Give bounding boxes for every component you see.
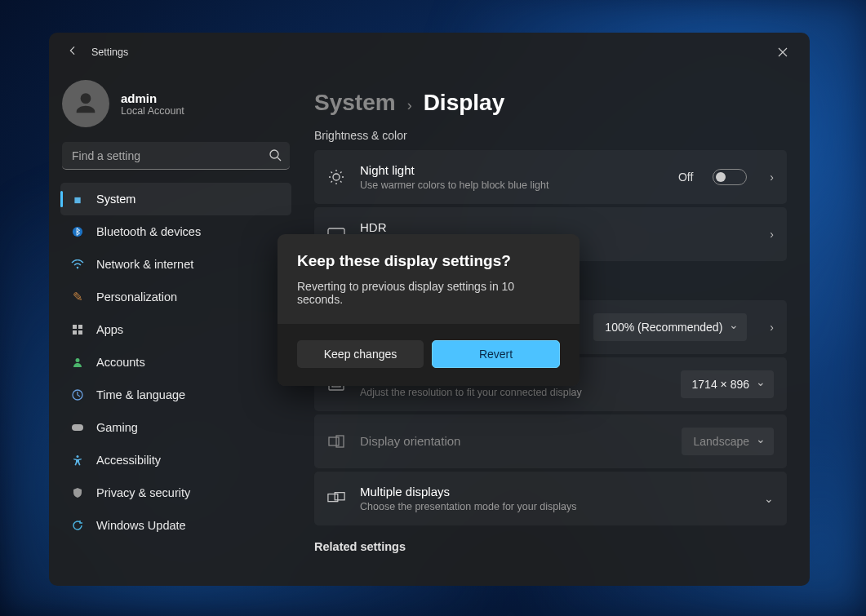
sidebar-item-gaming[interactable]: Gaming: [60, 411, 291, 444]
select-value: Landscape: [693, 435, 749, 448]
orientation-icon: [327, 434, 345, 449]
gaming-icon: [70, 420, 85, 435]
chevron-down-icon: ⌄: [756, 375, 766, 388]
system-icon: ■: [70, 192, 85, 206]
section-related-settings: Related settings: [314, 540, 787, 553]
sidebar-item-privacy[interactable]: Privacy & security: [60, 476, 291, 509]
keep-changes-button[interactable]: Keep changes: [297, 340, 424, 368]
sidebar-item-label: Windows Update: [96, 519, 186, 532]
svg-point-11: [333, 174, 340, 180]
close-button[interactable]: [767, 40, 798, 64]
titlebar: Settings: [49, 33, 810, 72]
chevron-right-icon: ›: [407, 97, 412, 114]
sidebar-item-network[interactable]: Network & internet: [60, 248, 291, 281]
nav: ■ System Bluetooth & devices Network & i…: [60, 183, 291, 542]
user-block[interactable]: admin Local Account: [60, 80, 291, 142]
sidebar-item-label: Accessibility: [96, 454, 161, 467]
svg-point-2: [77, 268, 78, 269]
card-subtitle: Adjust the resolution to fit your connec…: [360, 386, 666, 399]
scale-select[interactable]: 100% (Recommended) ⌄: [593, 313, 747, 341]
breadcrumb: System › Display: [314, 90, 787, 116]
accessibility-icon: [70, 453, 85, 468]
search-box[interactable]: [62, 142, 290, 170]
wifi-icon: [70, 257, 85, 272]
sidebar-item-system[interactable]: ■ System: [60, 183, 291, 215]
dialog-text: Reverting to previous display settings i…: [297, 280, 560, 306]
search-icon: [269, 148, 282, 165]
update-icon: [70, 518, 85, 533]
card-night-light[interactable]: Night light Use warmer colors to help bl…: [314, 150, 787, 204]
sidebar-item-accessibility[interactable]: Accessibility: [60, 444, 291, 476]
chevron-down-icon: ⌄: [756, 432, 766, 445]
sidebar-item-windows-update[interactable]: Windows Update: [60, 509, 291, 542]
multiple-displays-icon: [327, 491, 345, 506]
sidebar-item-label: Apps: [96, 323, 123, 336]
dialog-title: Keep these display settings?: [297, 252, 560, 270]
clock-icon: [70, 388, 85, 402]
sidebar-item-personalization[interactable]: ✎ Personalization: [60, 281, 291, 313]
orientation-select[interactable]: Landscape ⌄: [682, 428, 774, 455]
back-icon[interactable]: [67, 45, 80, 60]
chevron-down-icon: ⌄: [729, 318, 739, 331]
card-subtitle: Choose the presentation mode for your di…: [360, 500, 741, 513]
svg-rect-4: [78, 325, 82, 329]
search-input[interactable]: [62, 142, 290, 170]
sidebar-item-label: Time & language: [96, 388, 185, 401]
sidebar-item-label: Personalization: [96, 290, 177, 304]
bluetooth-icon: [70, 224, 85, 239]
svg-point-10: [77, 455, 79, 458]
chevron-down-icon[interactable]: ⌄: [764, 492, 774, 505]
svg-rect-5: [73, 330, 77, 335]
sidebar-item-label: Network & internet: [96, 258, 193, 271]
sidebar-item-label: Accounts: [96, 356, 145, 369]
card-multiple-displays[interactable]: Multiple displays Choose the presentatio…: [314, 472, 787, 525]
avatar: [62, 80, 109, 127]
app-title: Settings: [91, 47, 128, 58]
card-title: HDR: [360, 219, 747, 236]
svg-rect-6: [78, 330, 82, 335]
svg-point-7: [76, 358, 80, 362]
page-title: Display: [424, 90, 505, 116]
card-title: Multiple displays: [360, 484, 741, 500]
chevron-right-icon[interactable]: ›: [770, 228, 774, 241]
night-light-toggle[interactable]: [713, 169, 747, 185]
brush-icon: ✎: [70, 290, 85, 304]
sidebar-item-label: System: [96, 193, 135, 206]
card-title: Display orientation: [360, 433, 667, 450]
svg-rect-9: [72, 424, 83, 431]
night-light-icon: [327, 168, 345, 186]
sidebar-item-label: Gaming: [96, 421, 138, 434]
select-value: 100% (Recommended): [605, 321, 722, 334]
apps-icon: [70, 322, 85, 337]
select-value: 1714 × 896: [692, 378, 749, 391]
card-subtitle: Use warmer colors to help block blue lig…: [360, 179, 664, 192]
sidebar-item-apps[interactable]: Apps: [60, 313, 291, 346]
user-name: admin: [121, 91, 184, 105]
breadcrumb-parent[interactable]: System: [314, 90, 396, 116]
sidebar-item-label: Privacy & security: [96, 486, 190, 499]
section-brightness-color: Brightness & color: [314, 129, 787, 142]
sidebar-item-accounts[interactable]: Accounts: [60, 346, 291, 379]
svg-point-0: [270, 150, 278, 158]
svg-rect-16: [329, 437, 339, 445]
user-subtitle: Local Account: [121, 105, 184, 117]
revert-button[interactable]: Revert: [432, 340, 560, 368]
chevron-right-icon[interactable]: ›: [770, 321, 774, 334]
chevron-right-icon[interactable]: ›: [770, 171, 774, 184]
sidebar-item-label: Bluetooth & devices: [96, 225, 201, 238]
sidebar: admin Local Account ■ System: [49, 72, 298, 586]
toggle-state-label: Off: [678, 171, 693, 184]
confirm-dialog: Keep these display settings? Reverting t…: [278, 234, 580, 386]
card-orientation[interactable]: Display orientation Landscape ⌄: [314, 414, 787, 468]
sidebar-item-bluetooth[interactable]: Bluetooth & devices: [60, 215, 291, 248]
accounts-icon: [70, 355, 85, 370]
shield-icon: [70, 485, 85, 500]
svg-rect-3: [73, 325, 77, 329]
sidebar-item-time-language[interactable]: Time & language: [60, 379, 291, 411]
card-title: Night light: [360, 162, 664, 179]
resolution-select[interactable]: 1714 × 896 ⌄: [681, 370, 774, 398]
